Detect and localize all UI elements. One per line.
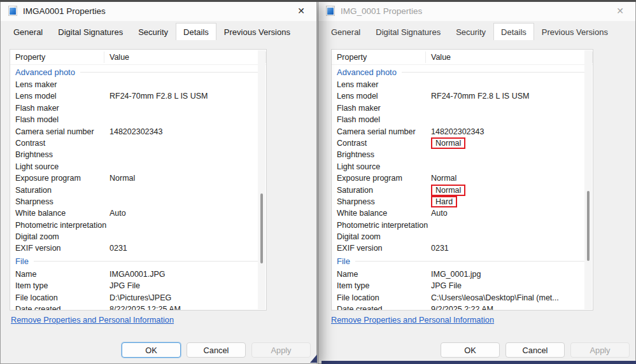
close-icon[interactable]: ✕ (612, 6, 628, 16)
property-row[interactable]: Lens modelRF24-70mm F2.8 L IS USM (332, 90, 593, 102)
property-row[interactable]: Date created9/2/2025 2:22 AM (332, 304, 593, 311)
tab-security[interactable]: Security (131, 24, 176, 40)
ok-button[interactable]: OK (441, 342, 500, 358)
property-label: Contrast (332, 137, 426, 149)
dialog-buttons: OKCancelApply (441, 342, 630, 358)
property-row[interactable]: Photometric interpretation (10, 220, 266, 231)
property-label: Date created (10, 304, 104, 311)
apply-button[interactable]: Apply (251, 342, 311, 358)
property-row[interactable]: Saturation (10, 185, 266, 196)
property-row[interactable]: EXIF version0231 (332, 242, 593, 254)
property-row[interactable]: Lens maker (10, 79, 266, 90)
property-row[interactable]: Exposure programNormal (10, 172, 266, 184)
property-row[interactable]: File locationC:\Users\leosa\Desktop\Fina… (332, 292, 593, 304)
scrollbar-track[interactable] (584, 50, 592, 309)
property-row[interactable]: Item typeJPG File (332, 280, 593, 291)
close-icon[interactable]: ✕ (293, 6, 309, 16)
remove-properties-link[interactable]: Remove Properties and Personal Informati… (11, 315, 174, 325)
property-row[interactable]: Contrast (10, 137, 266, 149)
column-header-value[interactable]: Value (104, 52, 266, 63)
property-row[interactable]: Digital zoom (332, 231, 593, 242)
property-value (104, 220, 266, 231)
tab-previous-versions[interactable]: Previous Versions (534, 24, 616, 40)
property-row[interactable]: Light source (10, 161, 266, 172)
property-row[interactable]: White balanceAuto (332, 207, 593, 219)
property-row[interactable]: File locationD:\Pictures\JPEG (10, 292, 266, 304)
list-header[interactable]: Property Value (332, 50, 593, 65)
property-row[interactable]: NameIMG_0001.jpg (332, 269, 593, 280)
property-row[interactable]: SaturationNormal (332, 185, 593, 196)
property-row[interactable]: Light source (332, 161, 593, 172)
section-header: File (332, 255, 593, 269)
property-row[interactable]: NameIMGA0001.JPG (10, 269, 266, 280)
ok-button[interactable]: OK (122, 342, 181, 358)
property-label: File location (10, 292, 104, 304)
property-row[interactable]: White balanceAuto (10, 207, 266, 219)
tab-details[interactable]: Details (493, 23, 534, 40)
property-label: Brightness (10, 149, 104, 160)
section-title: Advanced photo (15, 67, 75, 77)
titlebar[interactable]: IMGA0001 Properties ✕ (1, 1, 316, 21)
scrollbar-thumb[interactable] (587, 191, 590, 261)
property-row[interactable]: Sharpness (10, 196, 266, 207)
window-title: IMGA0001 Properties (23, 6, 106, 16)
property-label: Sharpness (332, 196, 426, 207)
apply-button[interactable]: Apply (570, 342, 630, 358)
property-value: 8/22/2025 12:25 AM (104, 304, 266, 311)
titlebar[interactable]: IMG_0001 Properties ✕ (318, 1, 635, 21)
scrollbar-track[interactable] (258, 50, 265, 309)
column-header-property[interactable]: Property (332, 52, 426, 63)
scrollbar-thumb[interactable] (260, 193, 263, 263)
property-row[interactable]: Flash maker (332, 102, 593, 114)
property-label: Date created (332, 304, 426, 311)
cancel-button[interactable]: Cancel (505, 342, 565, 358)
tab-general[interactable]: General (6, 24, 50, 40)
details-property-list[interactable]: Property Value Advanced photoLens makerL… (10, 49, 267, 311)
tab-digital-signatures[interactable]: Digital Signatures (368, 24, 448, 40)
property-row[interactable]: Flash model (10, 114, 266, 125)
property-row[interactable]: Digital zoom (10, 231, 266, 242)
property-label: Flash maker (10, 102, 104, 114)
property-row[interactable]: Brightness (10, 149, 266, 160)
tab-previous-versions[interactable]: Previous Versions (216, 24, 298, 40)
property-row[interactable]: Camera serial number148202302343 (10, 126, 266, 137)
property-value (426, 231, 593, 242)
section-title: File (15, 256, 29, 266)
property-row[interactable]: Lens modelRF24-70mm F2.8 L IS USM (10, 90, 266, 102)
property-value: Normal (104, 172, 266, 184)
cancel-button[interactable]: Cancel (187, 342, 246, 358)
remove-properties-link[interactable]: Remove Properties and Personal Informati… (331, 315, 494, 325)
tab-details[interactable]: Details (176, 23, 216, 40)
property-row[interactable]: Flash maker (10, 102, 266, 114)
value-text: 148202302343 (431, 127, 484, 136)
property-row[interactable]: Lens maker (332, 79, 593, 90)
property-row[interactable]: Flash model (332, 114, 593, 125)
section-header: Advanced photo (10, 65, 266, 79)
tab-digital-signatures[interactable]: Digital Signatures (50, 24, 131, 40)
section-header: Advanced photo (332, 65, 593, 79)
dialog-buttons: OKCancelApply (122, 342, 311, 358)
property-row[interactable]: SharpnessHard (332, 196, 593, 207)
property-row[interactable]: Camera serial number148202302343 (332, 126, 593, 137)
property-row[interactable]: Date created8/22/2025 12:25 AM (10, 304, 266, 311)
property-row[interactable]: EXIF version0231 (10, 242, 266, 254)
column-header-property[interactable]: Property (10, 52, 104, 63)
property-row[interactable]: Brightness (332, 149, 593, 160)
value-text: IMG_0001.jpg (431, 270, 481, 279)
property-label: White balance (332, 207, 426, 219)
details-property-list[interactable]: Property Value Advanced photoLens makerL… (331, 49, 593, 311)
column-header-value[interactable]: Value (426, 52, 593, 63)
properties-dialog-imga0001: IMGA0001 Properties ✕ GeneralDigital Sig… (0, 0, 317, 364)
property-row[interactable]: Exposure programNormal (332, 172, 593, 184)
property-label: Flash maker (332, 102, 426, 114)
section-title: Advanced photo (337, 67, 397, 77)
list-header[interactable]: Property Value (10, 50, 266, 65)
property-row[interactable]: Photometric interpretation (332, 220, 593, 231)
tab-strip: GeneralDigital SignaturesSecurityDetails… (318, 21, 635, 40)
property-row[interactable]: Item typeJPG File (10, 280, 266, 291)
tab-general[interactable]: General (323, 24, 368, 40)
tab-security[interactable]: Security (448, 24, 493, 40)
property-label: Lens maker (10, 79, 104, 90)
property-label: Item type (10, 280, 104, 291)
property-row[interactable]: ContrastNormal (332, 137, 593, 149)
